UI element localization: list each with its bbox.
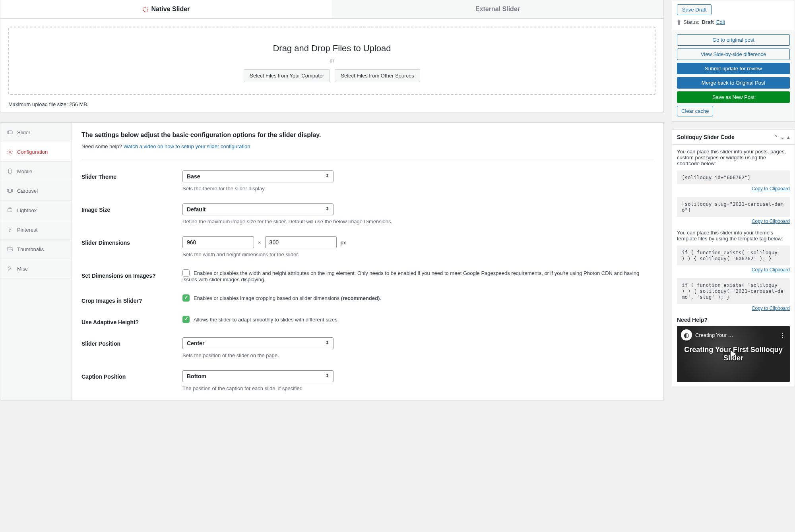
video-menu-icon[interactable]: ⋮	[780, 332, 786, 338]
slider-theme-hint: Sets the theme for the slider display.	[182, 186, 654, 192]
nav-lightbox[interactable]: Lightbox	[0, 201, 72, 220]
slider-icon	[7, 129, 13, 135]
copy-template-slug[interactable]: Copy to Clipboard	[752, 306, 790, 311]
help-video[interactable]: Creating Your … ⋮ Creating Your First So…	[677, 326, 790, 382]
svg-point-2	[9, 151, 11, 153]
slider-position-label: Slider Position	[81, 337, 173, 347]
select-files-other-button[interactable]: Select Files from Other Sources	[335, 69, 420, 82]
set-dimensions-label: Set Dimensions on Images?	[81, 269, 173, 279]
shortcode-slug: [soliloquy slug="2021-carousel-demo"]	[677, 197, 790, 217]
adaptive-height-label: Use Adaptive Height?	[81, 316, 173, 325]
status-row: Status: Draft Edit	[677, 19, 790, 25]
lightbox-icon	[7, 207, 13, 213]
thumbnails-icon	[7, 246, 13, 252]
nav-slider-label: Slider	[17, 130, 30, 135]
image-size-label: Image Size	[81, 203, 173, 213]
image-size-select[interactable]: Default	[182, 203, 334, 215]
caption-position-select[interactable]: Bottom	[182, 370, 334, 382]
set-dimensions-checkbox[interactable]	[182, 269, 190, 277]
tab-external-slider[interactable]: External Slider	[332, 0, 663, 18]
copy-shortcode-id[interactable]: Copy to Clipboard	[752, 186, 790, 192]
tab-native-slider[interactable]: Native Slider	[0, 0, 332, 18]
status-value: Draft	[702, 19, 714, 25]
nav-misc-label: Misc	[17, 266, 28, 272]
slider-theme-label: Slider Theme	[81, 170, 173, 180]
set-dimensions-desc: Enables or disables the width and height…	[182, 270, 639, 282]
px-label: px	[341, 240, 346, 246]
nav-carousel[interactable]: Carousel	[0, 181, 72, 201]
merge-back-button[interactable]: Merge back to Original Post	[677, 77, 790, 89]
slider-position-hint: Sets the position of the slider on the p…	[182, 352, 654, 358]
divider	[81, 159, 654, 159]
dimension-separator: ×	[258, 240, 261, 246]
slider-type-tabs: Native Slider External Slider	[0, 0, 664, 19]
caption-position-label: Caption Position	[81, 370, 173, 380]
view-diff-button[interactable]: View Side-by-side difference	[677, 48, 790, 60]
box-down-icon[interactable]: ⌄	[780, 134, 785, 140]
crop-images-checkbox[interactable]	[182, 294, 190, 302]
help-row: Need some help? Watch a video on how to …	[81, 143, 654, 149]
mobile-icon	[7, 168, 13, 174]
tab-external-label: External Slider	[475, 6, 520, 12]
publish-box: Save Draft Status: Draft Edit Go to orig…	[672, 0, 795, 122]
adaptive-height-checkbox[interactable]	[182, 316, 190, 323]
slider-position-value: Center	[187, 340, 204, 346]
box-up-icon[interactable]: ⌃	[774, 134, 778, 140]
svg-point-10	[9, 228, 11, 230]
nav-misc[interactable]: Misc	[0, 259, 72, 279]
target-icon	[143, 7, 148, 12]
nav-carousel-label: Carousel	[17, 188, 38, 194]
save-draft-button[interactable]: Save Draft	[677, 4, 712, 15]
slider-dimensions-label: Slider Dimensions	[81, 236, 173, 246]
image-size-value: Default	[187, 206, 206, 213]
nav-pinterest-label: Pinterest	[17, 227, 37, 233]
copy-shortcode-slug[interactable]: Copy to Clipboard	[752, 219, 790, 224]
submit-review-button[interactable]: Submit update for review	[677, 63, 790, 74]
box-toggle-icon[interactable]: ▴	[787, 134, 790, 140]
dimensions-hint: Sets the width and height dimensions for…	[182, 251, 654, 257]
nav-mobile[interactable]: Mobile	[0, 162, 72, 181]
dropzone-heading: Drag and Drop Files to Upload	[17, 43, 647, 54]
shortcode-desc: You can place this slider into your post…	[677, 149, 790, 166]
status-label: Status:	[683, 19, 699, 25]
nav-thumbnails[interactable]: Thumbnails	[0, 240, 72, 259]
slider-position-select[interactable]: Center	[182, 337, 334, 349]
nav-thumbnails-label: Thumbnails	[17, 246, 44, 252]
dropzone-or: or	[17, 58, 647, 64]
upload-limit-text: Maximum upload file size: 256 MB.	[8, 101, 655, 107]
slider-theme-value: Base	[187, 173, 200, 180]
svg-rect-7	[12, 190, 13, 192]
upload-area: Drag and Drop Files to Upload or Select …	[0, 19, 664, 112]
nav-mobile-label: Mobile	[17, 168, 32, 174]
nav-pinterest[interactable]: Pinterest	[0, 220, 72, 240]
dropzone[interactable]: Drag and Drop Files to Upload or Select …	[8, 27, 655, 95]
svg-rect-8	[8, 209, 12, 212]
nav-configuration[interactable]: Configuration	[0, 142, 72, 162]
adaptive-height-desc: Allows the slider to adapt smoothly to s…	[194, 317, 339, 323]
help-video-link[interactable]: Watch a video on how to setup your slide…	[124, 143, 250, 149]
copy-template-id[interactable]: Copy to Clipboard	[752, 267, 790, 273]
need-help-heading: Need Help?	[677, 317, 790, 323]
nav-slider[interactable]: Slider	[0, 123, 72, 142]
svg-rect-6	[7, 190, 8, 192]
slider-code-box: Soliloquy Slider Code ⌃ ⌄ ▴ You can plac…	[672, 130, 795, 387]
config-side-nav: Slider Configuration Mobile Carousel Lig…	[0, 123, 72, 400]
nav-lightbox-label: Lightbox	[17, 207, 37, 213]
height-input[interactable]	[265, 236, 337, 248]
pinterest-icon	[7, 226, 13, 233]
nav-config-label: Configuration	[17, 149, 48, 155]
status-edit-link[interactable]: Edit	[716, 19, 725, 25]
select-files-computer-button[interactable]: Select Files from Your Computer	[244, 69, 330, 82]
svg-rect-5	[9, 189, 12, 192]
width-input[interactable]	[182, 236, 254, 248]
slider-theme-select[interactable]: Base	[182, 170, 334, 182]
svg-rect-0	[8, 131, 12, 134]
carousel-icon	[7, 188, 13, 194]
gear-icon	[7, 149, 13, 155]
svg-rect-9	[9, 208, 11, 209]
clear-cache-button[interactable]: Clear cache	[677, 106, 713, 116]
video-title: Creating Your First Soliloquy Slider	[677, 346, 790, 362]
config-heading: The settings below adjust the basic conf…	[81, 132, 654, 139]
save-new-post-button[interactable]: Save as New Post	[677, 91, 790, 103]
go-original-button[interactable]: Go to original post	[677, 34, 790, 46]
